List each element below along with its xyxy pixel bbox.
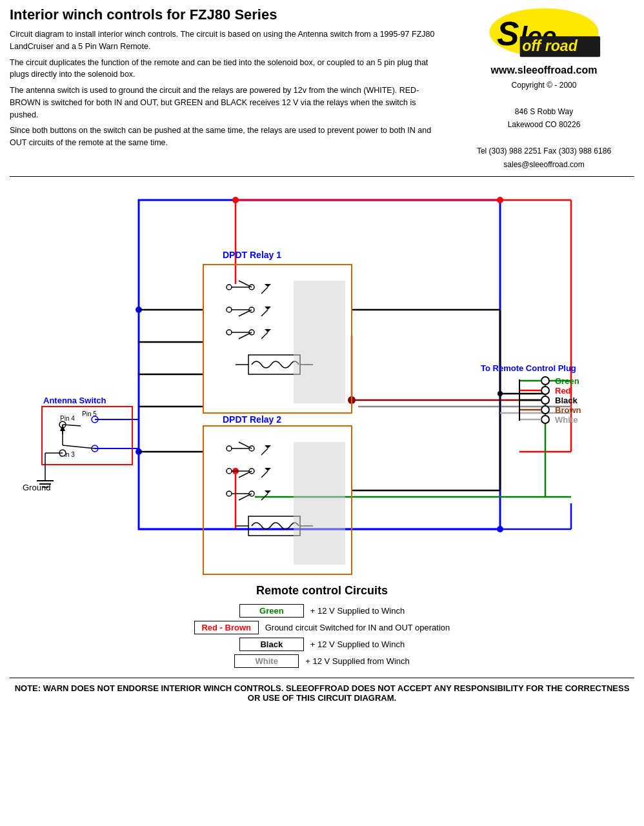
svg-point-18	[497, 526, 503, 532]
circuit-diagram: DPDT Relay 1	[10, 181, 636, 581]
svg-point-57	[226, 330, 232, 335]
description-3: The antenna switch is used to ground the…	[10, 85, 441, 121]
company-website: www.sleeoffroad.com	[454, 61, 634, 79]
svg-point-117	[541, 396, 549, 404]
svg-text:off road: off road	[522, 37, 578, 54]
svg-text:Antenna Switch: Antenna Switch	[43, 396, 106, 405]
svg-point-68	[226, 446, 232, 451]
svg-marker-61	[265, 329, 271, 332]
svg-rect-62	[248, 355, 300, 374]
svg-point-45	[226, 285, 232, 290]
legend-desc-red: Ground circuit Switched for IN and OUT o…	[265, 623, 450, 632]
description-2: The circuit duplicates the function of t…	[10, 57, 441, 81]
svg-point-74	[226, 468, 232, 474]
svg-line-47	[239, 281, 252, 287]
svg-text:White: White	[555, 415, 578, 425]
svg-point-51	[226, 307, 232, 312]
svg-text:To Remote Control Plug: To Remote Control Plug	[481, 363, 576, 373]
legend-title: Remote control Circuits	[10, 584, 634, 598]
svg-rect-65	[294, 281, 345, 403]
svg-text:Black: Black	[555, 396, 578, 405]
company-logo: S lee off road	[486, 6, 602, 58]
company-email: sales@sleeoffroad.com	[454, 158, 634, 171]
svg-marker-49	[265, 284, 271, 287]
svg-rect-88	[294, 442, 345, 565]
company-address1: 846 S Robb Way	[454, 105, 634, 118]
svg-rect-85	[248, 516, 300, 536]
company-address2: Lakewood CO 80226	[454, 118, 634, 131]
description-4: Since both buttons on the switch can be …	[10, 125, 441, 149]
svg-text:Brown: Brown	[555, 405, 581, 415]
legend-items: Green + 12 V Supplied to Winch Red - Bro…	[10, 604, 634, 668]
company-tel: Tel (303) 988 2251 Fax (303) 988 6186	[454, 145, 634, 157]
svg-marker-72	[265, 445, 271, 448]
svg-line-71	[261, 448, 268, 455]
description-1: Circuit diagram to install interior winc…	[10, 28, 441, 53]
relay2-label: DPDT Relay 2	[223, 414, 281, 425]
svg-text:Red: Red	[555, 386, 571, 396]
legend-row-green: Green + 12 V Supplied to Winch	[239, 604, 405, 618]
page: Interior winch controls for FZJ80 Series…	[0, 0, 644, 826]
legend-box-white: White	[234, 654, 299, 668]
footer-note: NOTE: WARN DOES NOT ENDORSE INTERIOR WIN…	[10, 678, 634, 703]
svg-text:S: S	[497, 15, 519, 52]
svg-line-82	[239, 494, 252, 500]
svg-point-40	[498, 391, 503, 396]
legend-desc-black: + 12 V Supplied to Winch	[310, 640, 405, 649]
logo-container: S lee off road	[454, 6, 634, 58]
svg-line-48	[261, 287, 268, 294]
svg-line-59	[239, 332, 252, 339]
svg-line-60	[261, 332, 268, 339]
legend-desc-green: + 12 V Supplied to Winch	[310, 606, 405, 616]
svg-text:Green: Green	[555, 376, 579, 386]
svg-point-115	[541, 387, 549, 394]
svg-line-76	[239, 471, 252, 478]
svg-line-53	[239, 310, 252, 316]
legend-row-white: White + 12 V Supplied from Winch	[234, 654, 410, 668]
company-info: www.sleeoffroad.com Copyright © - 2000 8…	[454, 61, 634, 171]
header-divider	[10, 176, 634, 177]
svg-marker-78	[265, 468, 271, 471]
svg-line-54	[261, 310, 268, 316]
legend-box-green: Green	[239, 604, 304, 618]
svg-marker-55	[265, 307, 271, 310]
legend-section: Remote control Circuits Green + 12 V Sup…	[10, 584, 634, 668]
legend-box-red: Red - Brown	[194, 621, 259, 634]
svg-point-80	[226, 491, 232, 496]
header-section: Interior winch controls for FZJ80 Series…	[10, 6, 634, 171]
svg-point-113	[541, 377, 549, 385]
svg-line-99	[63, 445, 95, 448]
svg-line-77	[261, 471, 268, 478]
circuit-svg: DPDT Relay 1	[10, 181, 636, 581]
svg-line-70	[239, 442, 252, 448]
legend-row-black: Black + 12 V Supplied to Winch	[239, 638, 405, 651]
header-right: S lee off road www.sleeoffroad.com Copyr…	[454, 6, 634, 171]
svg-point-119	[541, 406, 549, 414]
relay1-label: DPDT Relay 1	[223, 250, 281, 260]
legend-desc-white: + 12 V Supplied from Winch	[305, 656, 410, 666]
header-left: Interior winch controls for FZJ80 Series…	[10, 6, 454, 153]
legend-row-red: Red - Brown Ground circuit Switched for …	[194, 621, 450, 634]
svg-point-121	[541, 416, 549, 423]
page-title: Interior winch controls for FZJ80 Series	[10, 6, 441, 23]
svg-marker-84	[265, 490, 271, 494]
company-copyright: Copyright © - 2000	[454, 79, 634, 92]
legend-box-black: Black	[239, 638, 304, 651]
